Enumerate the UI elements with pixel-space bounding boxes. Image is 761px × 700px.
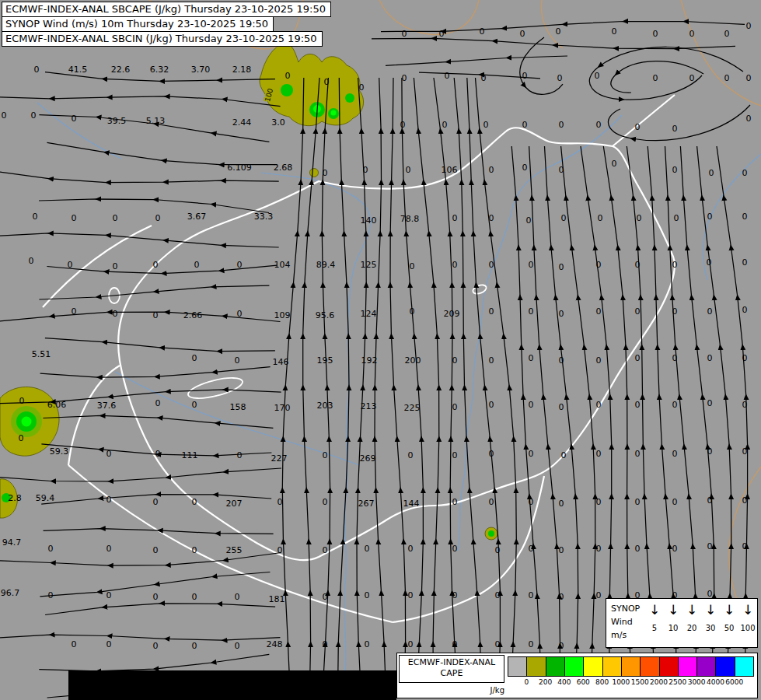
station-zero-label: 0 (489, 306, 494, 317)
station-zero-label: 0 (481, 73, 487, 83)
station-zero-label: 0 (439, 29, 445, 39)
station-value-label: 96.7 (1, 588, 20, 598)
station-zero-label: 0 (559, 592, 564, 602)
title-wind: SYNOP Wind (m/s) 10m Thursday 23-10-2025… (2, 16, 274, 32)
station-zero-label: 0 (653, 73, 658, 83)
cape-legend-unit: J/kg (490, 686, 504, 695)
station-zero-label: 0 (672, 124, 678, 134)
station-value-label: 95.6 (316, 310, 335, 320)
station-zero-label: 0 (192, 545, 197, 555)
station-value-label: 267 (358, 499, 375, 509)
station-zero-label: 0 (194, 260, 200, 270)
station-value-label: 6.109 (227, 163, 252, 173)
station-zero-label: 0 (365, 639, 370, 649)
station-zero-label: 0 (72, 639, 77, 649)
station-zero-label: 0 (520, 29, 525, 39)
station-value-label: 5.51 (32, 349, 51, 359)
station-zero-label: 0 (489, 400, 494, 410)
station-zero-label: 0 (489, 449, 494, 459)
station-zero-label: 0 (48, 590, 54, 600)
cape-color-cell: 800 (584, 656, 602, 677)
station-value-label: 106 (442, 165, 458, 175)
wind-speed-item: ↓10 (664, 600, 682, 647)
station-zero-label: 0 (522, 120, 528, 130)
wind-legend-subtitle: Wind (611, 615, 645, 628)
station-value-label: 78.8 (400, 214, 420, 224)
wind-speed-label: 20 (687, 624, 697, 632)
cape-tick-label: 800 (595, 678, 609, 686)
station-zero-label: 0 (596, 400, 602, 410)
station-value-label: 2.68 (274, 163, 293, 173)
wind-speed-label: 5 (652, 624, 657, 632)
station-zero-label: 0 (612, 26, 617, 37)
station-zero-label: 0 (31, 110, 37, 121)
wind-arrow-icon: ↓ (686, 600, 697, 620)
station-zero-label: 0 (742, 446, 748, 457)
cape-legend-label-box: ECMWF-INDEX-ANAL CAPE (399, 655, 504, 683)
cape-patch-small (310, 169, 319, 177)
station-zero-label: 0 (596, 544, 602, 554)
station-zero-label: 0 (237, 450, 243, 460)
station-zero-label: 0 (742, 212, 748, 222)
station-zero-label: 0 (489, 497, 494, 507)
station-zero-label: 0 (323, 497, 328, 507)
station-zero-label: 0 (742, 495, 748, 506)
station-zero-label: 0 (559, 402, 564, 412)
cape-color-cell: 1000 (603, 656, 622, 677)
cape-color-cell: 4000 (697, 656, 716, 677)
station-zero-label: 0 (72, 306, 77, 317)
station-zero-label: 0 (635, 353, 641, 363)
station-zero-label: 0 (672, 497, 678, 507)
station-zero-label: 0 (452, 450, 458, 460)
station-value-label: 203 (317, 401, 333, 411)
station-zero-label: 0 (489, 165, 494, 175)
station-zero-label: 0 (495, 545, 501, 555)
station-zero-label: 0 (235, 592, 240, 602)
station-zero-label: 0 (237, 260, 243, 270)
station-value-label: 248 (267, 639, 283, 649)
station-zero-label: 0 (452, 497, 458, 507)
station-zero-label: 0 (153, 545, 159, 555)
cape-tick-label: 6000 (725, 678, 743, 686)
station-zero-label: 0 (559, 165, 564, 175)
station-zero-label: 0 (192, 641, 197, 651)
station-zero-label: 0 (561, 450, 567, 460)
cape-tick-label: 4000 (707, 678, 724, 686)
station-zero-label: 0 (707, 353, 713, 363)
wind-legend-meta: SYNOP Wind m/s (606, 599, 645, 647)
station-zero-label: 0 (235, 355, 240, 366)
cape-core (488, 530, 494, 537)
station-zero-label: 0 (489, 260, 494, 270)
station-zero-label: 0 (489, 355, 494, 366)
station-zero-label: 0 (113, 261, 118, 271)
station-zero-label: 0 (707, 398, 713, 408)
wind-arrow-icon: ↓ (705, 600, 716, 620)
station-zero-label: 0 (746, 21, 752, 31)
wind-arrow-icon: ↓ (724, 600, 735, 620)
cape-color-scale: 0200400600800100015002000250030004000600… (508, 656, 754, 677)
station-zero-label: 0 (452, 402, 458, 412)
wind-speed-label: 100 (740, 624, 755, 632)
station-zero-label: 0 (707, 541, 713, 551)
cape-color-cell: 200 (527, 656, 546, 677)
title-sbcin: ECMWF-INDEX-ANAL SBCIN (J/kg) Thursday 2… (2, 31, 323, 47)
station-value-label: 140 (361, 215, 377, 226)
station-value-label: 181 (269, 594, 285, 604)
station-zero-label: 0 (742, 257, 748, 268)
station-zero-label: 0 (596, 590, 602, 600)
station-zero-label: 0 (402, 73, 407, 83)
station-value-label: 6.06 (47, 400, 67, 410)
station-zero-label: 0 (359, 82, 365, 93)
station-zero-label: 0 (480, 26, 485, 37)
station-zero-label: 0 (452, 260, 458, 270)
station-zero-label: 0 (596, 449, 602, 459)
station-value-label: 33.3 (254, 212, 274, 222)
station-zero-label: 0 (596, 306, 602, 317)
station-value-label: 3.70 (191, 65, 211, 75)
station-zero-label: 0 (522, 71, 528, 81)
station-zero-label: 0 (596, 497, 602, 507)
cape-legend-subtitle: CAPE (400, 668, 504, 679)
station-zero-label: 0 (278, 497, 283, 507)
station-zero-label: 0 (707, 212, 713, 222)
station-value-label: 39.5 (107, 116, 127, 126)
